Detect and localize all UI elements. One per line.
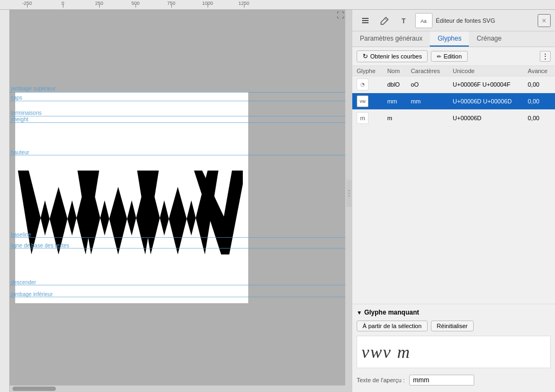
scrollbar-corner [345, 386, 352, 392]
svg-rect-0 [362, 18, 369, 19]
glyph-table: Glyphe Nom Caractères Unicode Avance ◔ d… [352, 66, 555, 127]
glyph-icon: ◔ [357, 79, 369, 90]
preview-text: vwv m [362, 342, 411, 362]
missing-glyph-buttons: À partir de la sélection Réinitialiser [357, 321, 551, 331]
glyph-edit-box [15, 92, 248, 303]
svg-rect-2 [362, 22, 369, 23]
panel-actions: ↻ Obtenir les courbes ✏ Edition ⋮ [352, 47, 555, 66]
svg-text:T: T [402, 17, 406, 25]
tab-crenage[interactable]: Crénage [469, 31, 509, 47]
from-selection-button[interactable]: À partir de la sélection [357, 321, 428, 331]
glyph-chars-cell [406, 110, 448, 127]
reset-button[interactable]: Réinitialiser [431, 321, 474, 331]
ruler-left [0, 10, 10, 392]
preview-input-label: Texte de l'aperçu : [357, 377, 405, 383]
fullscreen-button[interactable]: ⛶ [337, 11, 344, 19]
table-row[interactable]: ◔ dblO oO U+00006F U+00004F 0,00 [352, 76, 555, 93]
glyph-svg [15, 92, 248, 303]
glyph-icon-selected: vw [357, 95, 369, 107]
glyph-advance-cell: 0,00 [524, 76, 555, 93]
glyph-table-container: Glyphe Nom Caractères Unicode Avance ◔ d… [352, 66, 555, 127]
svg-text:Aa: Aa [421, 18, 427, 24]
glyph-unicode-cell: U+00006D U+00006D [448, 93, 523, 110]
right-panel: T Aa Éditeur de fontes SVG × Paramètres … [352, 10, 555, 392]
tab-parametres[interactable]: Paramètres généraux [352, 31, 430, 47]
glyph-advance-cell: 0,00 [524, 93, 555, 110]
missing-glyph-section: ▼ Glyphe manquant À partir de la sélecti… [352, 304, 555, 392]
panel-close-button[interactable]: × [538, 14, 551, 27]
glyph-unicode-cell: U+00006D [448, 110, 523, 127]
glyph-name-cell: mm [383, 93, 406, 110]
spacer [352, 127, 555, 304]
guideline-label-jambage-sup: jambage supérieur [11, 86, 56, 92]
missing-glyph-title: Glyphe manquant [364, 309, 419, 316]
obtain-curves-icon: ↻ [363, 53, 368, 60]
col-header-glyph: Glyphe [352, 66, 383, 76]
panel-toolbar: T Aa Éditeur de fontes SVG × [352, 10, 555, 31]
toolbar-icon-pen[interactable] [376, 13, 393, 28]
glyph-chars-cell: mm [406, 93, 448, 110]
glyph-preview-cell: ◔ [352, 76, 383, 93]
col-header-avance: Avance [524, 66, 555, 76]
preview-input-row: Texte de l'aperçu : [357, 373, 551, 388]
table-row[interactable]: vw mm mm U+00006D U+00006D 0,00 [352, 93, 555, 110]
tab-glyphes[interactable]: Glyphes [430, 31, 469, 47]
svg-rect-1 [362, 20, 369, 21]
glyph-unicode-cell: U+00006F U+00004F [448, 76, 523, 93]
more-options-button[interactable]: ⋮ [540, 51, 551, 62]
edition-pencil-icon: ✏ [437, 54, 441, 60]
col-header-nom: Nom [383, 66, 406, 76]
obtain-curves-button[interactable]: ↻ Obtenir les courbes [357, 50, 428, 62]
table-row[interactable]: m m U+00006D 0,00 [352, 110, 555, 127]
toolbar-icon-font-editor[interactable]: Aa [415, 13, 433, 28]
glyph-icon: m [357, 112, 369, 124]
ruler-top: -250 0 250 500 750 1000 1250 [0, 0, 555, 10]
preview-box: vwv m [357, 336, 551, 368]
glyph-preview-cell: vw [352, 93, 383, 110]
glyph-name-cell: dblO [383, 76, 406, 93]
glyph-chars-cell: oO [406, 76, 448, 93]
glyph-advance-cell: 0,00 [524, 110, 555, 127]
scrollbar-horizontal[interactable] [10, 386, 345, 392]
canvas-area: jambage supérieur caps terminaisons xhei… [0, 10, 352, 392]
col-header-unicode: Unicode [448, 66, 523, 76]
arrow-icon: ▼ [357, 310, 362, 316]
panel-title: Éditeur de fontes SVG [436, 17, 495, 24]
panel-tabs: Paramètres généraux Glyphes Crénage [352, 31, 555, 47]
toolbar-icon-layers[interactable] [357, 13, 374, 28]
glyph-name-cell: m [383, 110, 406, 127]
edition-button[interactable]: ✏ Edition [431, 51, 468, 62]
missing-glyph-header[interactable]: ▼ Glyphe manquant [357, 309, 551, 316]
preview-text-input[interactable] [409, 375, 474, 386]
col-header-caracteres: Caractères [406, 66, 448, 76]
panel-resize-handle[interactable] [346, 180, 352, 207]
canvas-content: jambage supérieur caps terminaisons xhei… [10, 10, 345, 386]
toolbar-icon-text[interactable]: T [396, 13, 413, 28]
svg-line-3 [385, 18, 387, 21]
glyph-preview-cell: m [352, 110, 383, 127]
